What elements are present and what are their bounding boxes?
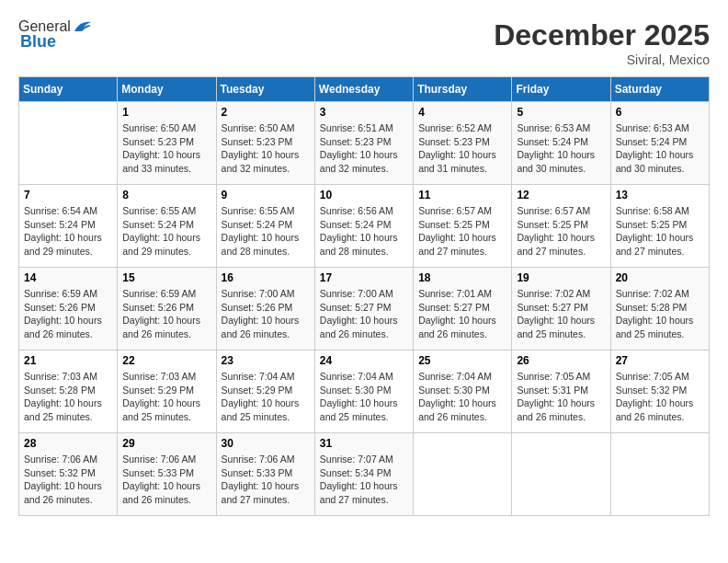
month-title: December 2025 xyxy=(494,18,710,52)
calendar-cell: 29Sunrise: 7:06 AM Sunset: 5:33 PM Dayli… xyxy=(118,433,216,516)
calendar-cell: 4Sunrise: 6:52 AM Sunset: 5:23 PM Daylig… xyxy=(414,102,512,185)
calendar-cell: 24Sunrise: 7:04 AM Sunset: 5:30 PM Dayli… xyxy=(314,350,413,433)
calendar-cell: 2Sunrise: 6:50 AM Sunset: 5:23 PM Daylig… xyxy=(216,102,314,185)
day-info: Sunrise: 7:01 AM Sunset: 5:27 PM Dayligh… xyxy=(418,287,506,341)
calendar-week-row: 21Sunrise: 7:03 AM Sunset: 5:28 PM Dayli… xyxy=(19,350,710,433)
day-info: Sunrise: 6:57 AM Sunset: 5:25 PM Dayligh… xyxy=(517,204,605,259)
day-info: Sunrise: 7:05 AM Sunset: 5:31 PM Dayligh… xyxy=(517,370,605,424)
calendar-cell: 14Sunrise: 6:59 AM Sunset: 5:26 PM Dayli… xyxy=(19,268,118,350)
day-info: Sunrise: 6:57 AM Sunset: 5:25 PM Dayligh… xyxy=(418,204,506,259)
day-number: 10 xyxy=(320,189,408,201)
calendar-cell xyxy=(610,433,709,516)
day-info: Sunrise: 7:00 AM Sunset: 5:27 PM Dayligh… xyxy=(320,287,408,341)
day-info: Sunrise: 6:54 AM Sunset: 5:24 PM Dayligh… xyxy=(24,204,112,259)
day-number: 1 xyxy=(122,106,210,119)
day-number: 9 xyxy=(222,189,310,201)
calendar-header-row: SundayMondayTuesdayWednesdayThursdayFrid… xyxy=(19,77,710,102)
calendar-cell: 12Sunrise: 6:57 AM Sunset: 5:25 PM Dayli… xyxy=(512,185,610,268)
day-number: 17 xyxy=(320,271,408,284)
calendar-cell: 18Sunrise: 7:01 AM Sunset: 5:27 PM Dayli… xyxy=(414,268,512,350)
location: Siviral, Mexico xyxy=(494,52,710,67)
day-info: Sunrise: 6:55 AM Sunset: 5:24 PM Dayligh… xyxy=(222,204,310,259)
calendar-cell: 25Sunrise: 7:04 AM Sunset: 5:30 PM Dayli… xyxy=(414,350,512,433)
header-cell-friday: Friday xyxy=(512,77,610,102)
calendar-cell: 11Sunrise: 6:57 AM Sunset: 5:25 PM Dayli… xyxy=(414,185,512,268)
day-info: Sunrise: 6:59 AM Sunset: 5:26 PM Dayligh… xyxy=(24,287,112,341)
calendar-cell: 5Sunrise: 6:53 AM Sunset: 5:24 PM Daylig… xyxy=(512,102,610,185)
header: General Blue December 2025 Siviral, Mexi… xyxy=(18,18,710,67)
day-number: 8 xyxy=(122,189,210,201)
day-number: 24 xyxy=(320,354,408,367)
day-number: 2 xyxy=(222,106,310,119)
header-cell-monday: Monday xyxy=(118,77,216,102)
day-number: 11 xyxy=(418,189,506,201)
day-number: 28 xyxy=(24,437,112,450)
header-cell-tuesday: Tuesday xyxy=(216,77,314,102)
day-info: Sunrise: 7:04 AM Sunset: 5:30 PM Dayligh… xyxy=(418,370,506,424)
calendar-cell: 30Sunrise: 7:06 AM Sunset: 5:33 PM Dayli… xyxy=(216,433,314,516)
calendar-cell: 6Sunrise: 6:53 AM Sunset: 5:24 PM Daylig… xyxy=(610,102,709,185)
day-info: Sunrise: 6:58 AM Sunset: 5:25 PM Dayligh… xyxy=(616,204,704,259)
calendar-cell xyxy=(414,433,512,516)
day-number: 20 xyxy=(616,271,704,284)
logo-blue-text: Blue xyxy=(18,33,93,52)
day-info: Sunrise: 6:56 AM Sunset: 5:24 PM Dayligh… xyxy=(320,204,408,259)
calendar-cell: 20Sunrise: 7:02 AM Sunset: 5:28 PM Dayli… xyxy=(610,268,709,350)
calendar-cell: 1Sunrise: 6:50 AM Sunset: 5:23 PM Daylig… xyxy=(118,102,216,185)
calendar-cell: 9Sunrise: 6:55 AM Sunset: 5:24 PM Daylig… xyxy=(216,185,314,268)
day-number: 21 xyxy=(24,354,112,367)
day-info: Sunrise: 7:03 AM Sunset: 5:28 PM Dayligh… xyxy=(24,370,112,424)
header-cell-thursday: Thursday xyxy=(414,77,512,102)
day-number: 25 xyxy=(418,354,506,367)
day-info: Sunrise: 6:52 AM Sunset: 5:23 PM Dayligh… xyxy=(418,121,506,176)
day-number: 16 xyxy=(222,271,310,284)
day-number: 4 xyxy=(418,106,506,119)
calendar-cell: 21Sunrise: 7:03 AM Sunset: 5:28 PM Dayli… xyxy=(19,350,118,433)
calendar-week-row: 14Sunrise: 6:59 AM Sunset: 5:26 PM Dayli… xyxy=(19,268,710,350)
day-number: 15 xyxy=(122,271,210,284)
day-info: Sunrise: 6:50 AM Sunset: 5:23 PM Dayligh… xyxy=(222,121,310,176)
day-info: Sunrise: 6:55 AM Sunset: 5:24 PM Dayligh… xyxy=(122,204,210,259)
day-info: Sunrise: 7:04 AM Sunset: 5:30 PM Dayligh… xyxy=(320,370,408,424)
day-number: 23 xyxy=(222,354,310,367)
calendar-cell: 19Sunrise: 7:02 AM Sunset: 5:27 PM Dayli… xyxy=(512,268,610,350)
day-info: Sunrise: 7:02 AM Sunset: 5:28 PM Dayligh… xyxy=(616,287,704,341)
day-number: 31 xyxy=(320,437,408,450)
calendar-cell xyxy=(512,433,610,516)
calendar-week-row: 7Sunrise: 6:54 AM Sunset: 5:24 PM Daylig… xyxy=(19,185,710,268)
calendar-week-row: 28Sunrise: 7:06 AM Sunset: 5:32 PM Dayli… xyxy=(19,433,710,516)
day-number: 30 xyxy=(222,437,310,450)
day-info: Sunrise: 7:06 AM Sunset: 5:33 PM Dayligh… xyxy=(122,453,210,507)
day-number: 22 xyxy=(122,354,210,367)
header-cell-sunday: Sunday xyxy=(19,77,118,102)
day-number: 27 xyxy=(616,354,704,367)
calendar-cell: 16Sunrise: 7:00 AM Sunset: 5:26 PM Dayli… xyxy=(216,268,314,350)
day-number: 13 xyxy=(616,189,704,201)
calendar-cell: 15Sunrise: 6:59 AM Sunset: 5:26 PM Dayli… xyxy=(118,268,216,350)
day-info: Sunrise: 6:53 AM Sunset: 5:24 PM Dayligh… xyxy=(616,121,704,176)
day-number: 29 xyxy=(122,437,210,450)
calendar-cell: 31Sunrise: 7:07 AM Sunset: 5:34 PM Dayli… xyxy=(314,433,413,516)
calendar-week-row: 1Sunrise: 6:50 AM Sunset: 5:23 PM Daylig… xyxy=(19,102,710,185)
calendar-body: 1Sunrise: 6:50 AM Sunset: 5:23 PM Daylig… xyxy=(19,102,710,516)
calendar-cell: 17Sunrise: 7:00 AM Sunset: 5:27 PM Dayli… xyxy=(314,268,413,350)
day-number: 5 xyxy=(517,106,605,119)
day-info: Sunrise: 7:06 AM Sunset: 5:32 PM Dayligh… xyxy=(24,453,112,507)
day-number: 3 xyxy=(320,106,408,119)
calendar-cell: 13Sunrise: 6:58 AM Sunset: 5:25 PM Dayli… xyxy=(610,185,709,268)
day-info: Sunrise: 7:00 AM Sunset: 5:26 PM Dayligh… xyxy=(222,287,310,341)
day-info: Sunrise: 7:04 AM Sunset: 5:29 PM Dayligh… xyxy=(222,370,310,424)
day-info: Sunrise: 7:07 AM Sunset: 5:34 PM Dayligh… xyxy=(320,453,408,507)
day-number: 12 xyxy=(517,189,605,201)
calendar-cell: 10Sunrise: 6:56 AM Sunset: 5:24 PM Dayli… xyxy=(314,185,413,268)
day-info: Sunrise: 6:51 AM Sunset: 5:23 PM Dayligh… xyxy=(320,121,408,176)
calendar-cell xyxy=(19,102,118,185)
day-info: Sunrise: 7:06 AM Sunset: 5:33 PM Dayligh… xyxy=(222,453,310,507)
day-info: Sunrise: 6:53 AM Sunset: 5:24 PM Dayligh… xyxy=(517,121,605,176)
day-info: Sunrise: 7:02 AM Sunset: 5:27 PM Dayligh… xyxy=(517,287,605,341)
day-number: 14 xyxy=(24,271,112,284)
calendar-cell: 23Sunrise: 7:04 AM Sunset: 5:29 PM Dayli… xyxy=(216,350,314,433)
calendar-table: SundayMondayTuesdayWednesdayThursdayFrid… xyxy=(18,76,710,516)
header-cell-saturday: Saturday xyxy=(610,77,709,102)
day-info: Sunrise: 6:50 AM Sunset: 5:23 PM Dayligh… xyxy=(122,121,210,176)
